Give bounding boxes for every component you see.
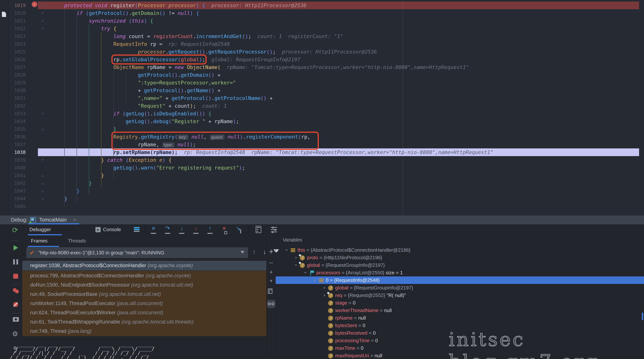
run-to-cursor-icon[interactable]: ↘ (234, 225, 243, 234)
variable-row[interactable]: fbytesSent = 0 (276, 322, 644, 329)
tab-console[interactable]: Console (103, 227, 121, 232)
code-editor[interactable]: 1019✓▿ protected void register(Processor… (9, 0, 644, 216)
breakpoint-icon[interactable]: ✓ (32, 2, 37, 7)
code-line[interactable]: 1040 getLog().warn("Error registering re… (9, 164, 644, 172)
view-options-icon[interactable] (271, 227, 277, 233)
code-line[interactable]: 1023 long count = registerCount.incremen… (9, 32, 644, 40)
add-watch-icon[interactable]: + (267, 248, 276, 256)
close-icon[interactable]: × (73, 217, 76, 223)
tab-debugger[interactable]: Debugger (30, 227, 51, 232)
resume-icon[interactable] (14, 245, 18, 250)
thread-dropdown[interactable]: ✔ "http-nio-8080-exec-1"@2,130 in group … (26, 248, 248, 258)
variable-row[interactable]: ›fglobal = {RequestGroupInfo@2197} (276, 284, 644, 292)
frame-row[interactable]: process:799, AbstractProtocol$Connection… (22, 271, 266, 280)
code-line[interactable]: 1039▿ } catch (Exception e) { (9, 156, 644, 164)
code-line[interactable]: 1034 getLog().debug("Register " + rpName… (9, 118, 644, 125)
code-line[interactable]: 1041▵ } (9, 172, 644, 179)
value-bars-icon (318, 278, 326, 284)
force-step-into-icon[interactable]: ↓ (191, 225, 200, 234)
code-line[interactable]: 1035▵ } (9, 125, 644, 133)
show-execution-point-icon[interactable]: ≡ (149, 225, 158, 234)
view-breakpoints-icon[interactable] (13, 288, 19, 294)
step-out-icon[interactable]: ↑ (206, 225, 214, 234)
code-line[interactable]: 1032 "Request" + count); count: 1 (9, 102, 644, 110)
chevron-down-icon[interactable]: › (283, 246, 290, 254)
stop-icon[interactable] (13, 274, 18, 279)
code-line[interactable]: 1019✓▿ protected void register(Processor… (9, 2, 644, 9)
code-line[interactable]: 1043▵ } (9, 187, 644, 195)
line-number: 1022 (9, 25, 26, 32)
line-number: 1020 (9, 9, 26, 17)
drop-frame-icon[interactable]: × (220, 225, 229, 234)
mute-breakpoints-icon[interactable] (13, 302, 18, 307)
layout-icon[interactable] (134, 227, 140, 232)
settings-gear-icon[interactable]: ⚙ (12, 330, 18, 338)
move-down-icon[interactable]: ▼ (267, 278, 276, 284)
tab-threads[interactable]: Threads (68, 238, 86, 244)
frame-row[interactable]: doRun:1500, NioEndpoint$SocketProcessor … (22, 280, 266, 290)
code-line[interactable]: 1029 ":type=RequestProcessor,worker=" (9, 79, 644, 86)
frame-row[interactable]: run:61, TaskThread$WrappingRunnable (org… (22, 317, 266, 326)
session-tab[interactable]: TomcatMain (39, 217, 67, 223)
chevron-right-icon[interactable]: › (321, 284, 328, 292)
chevron-down-icon[interactable]: › (292, 261, 300, 269)
thread-dump-camera-icon[interactable] (13, 317, 19, 322)
show-watches-glasses-icon[interactable] (267, 300, 276, 308)
variables-header: Variables (276, 235, 644, 245)
code-line[interactable]: 1026 rp.setGlobalProcessor(global); glob… (9, 56, 644, 63)
tab-frames[interactable]: Frames (31, 238, 48, 244)
chevron-down-icon[interactable]: › (302, 269, 309, 276)
chevron-right-icon[interactable]: › (292, 254, 300, 261)
frame-row[interactable]: runWorker:1149, ThreadPoolExecutor (java… (22, 299, 266, 308)
rerun-icon[interactable]: ⟳ (12, 226, 18, 234)
variable-row[interactable]: ›fglobal = {RequestGroupInfo@2197} (276, 261, 644, 269)
variable-row[interactable]: frpName = null (276, 314, 644, 322)
copy-icon[interactable] (269, 290, 272, 294)
code-line[interactable]: 1028 getProtocol().getDomain() + (9, 71, 644, 79)
code-line[interactable]: 1033▿ if (getLog().isDebugEnabled()) { (9, 110, 644, 118)
frame-row[interactable]: run:748, Thread (java.lang) (22, 326, 266, 336)
frame-row[interactable]: run:624, ThreadPoolExecutor$Worker (java… (22, 308, 266, 317)
scrollbar-thumb[interactable] (642, 312, 643, 320)
chevron-down-icon[interactable]: › (312, 276, 318, 284)
code-line[interactable]: 1022▿ try { (9, 25, 644, 32)
variable-row[interactable]: fstage = 0 (276, 299, 644, 306)
frame-row[interactable]: run:49, SocketProcessorBase (org.apache.… (22, 290, 266, 299)
code-line[interactable]: 1037 rpName, type: null); (9, 141, 644, 148)
step-over-icon[interactable]: ↷ (163, 225, 172, 234)
variable-row[interactable]: ›0 = {RequestInfo@2548} (276, 276, 644, 284)
step-into-icon[interactable]: ↓ (177, 225, 186, 234)
code-line[interactable]: 1036 Registry.getRegistry(key: null, gua… (9, 133, 644, 141)
field-icon: f (328, 293, 335, 298)
code-line[interactable]: 1027 ObjectName rpName = new ObjectName(… (9, 63, 644, 71)
evaluate-expression-icon[interactable] (256, 226, 261, 233)
code-line[interactable]: 1021▿ synchronized (this) { (9, 17, 644, 25)
code-line[interactable]: 1020▿ if (getProtocol().getDomain() != n… (9, 9, 644, 17)
code-line[interactable]: 1025 processor.getRequest().getRequestPr… (9, 48, 644, 56)
code-line[interactable]: 1038 rp.setRpName(rpName); rp: RequestIn… (9, 148, 644, 156)
code-line[interactable]: 1045 (9, 202, 644, 210)
pause-icon[interactable] (13, 259, 18, 264)
variable-row[interactable]: ›processors = {ArrayList@2550} size = 1 (276, 269, 644, 276)
remove-watch-icon[interactable]: − (267, 259, 276, 267)
field-icon: f (328, 353, 335, 359)
code-line[interactable]: 1030 + getProtocol().getName() + (9, 86, 644, 94)
frame-row[interactable]: register:1038, AbstractProtocol$Connecti… (22, 261, 266, 270)
code-line[interactable]: 1044▵ } (9, 195, 644, 202)
frame-down-icon[interactable]: ↓ (263, 248, 266, 256)
line-number: 1043 (9, 187, 26, 195)
line-number: 1030 (9, 86, 26, 94)
line-number: 1026 (9, 56, 26, 63)
variable-row[interactable]: ›freq = {Request@2552} "R( null)" (276, 292, 644, 299)
variable-row[interactable]: ›fproto = {Http11NioProtocol@2196} (276, 254, 644, 261)
move-up-icon[interactable]: ▲ (267, 269, 276, 274)
variable-row[interactable]: ›this = {AbstractProtocol$ConnectionHand… (276, 246, 644, 254)
document-icon[interactable] (2, 12, 6, 17)
code-line[interactable]: 1031 ",name=" + getProtocol().getProtoco… (9, 94, 644, 102)
chevron-right-icon[interactable]: › (321, 292, 328, 299)
debugger-toolbar: Debugger ▸ Console ≡ ↷ ↓ ↓ ↑ × ↘ (22, 224, 644, 235)
frame-up-icon[interactable]: ↑ (252, 248, 256, 256)
code-line[interactable]: 1024 RequestInfo rp = rp: RequestInfo@25… (9, 40, 644, 48)
variable-row[interactable]: fworkerThreadName = null (276, 306, 644, 314)
code-line[interactable]: 1042▵ } (9, 179, 644, 187)
